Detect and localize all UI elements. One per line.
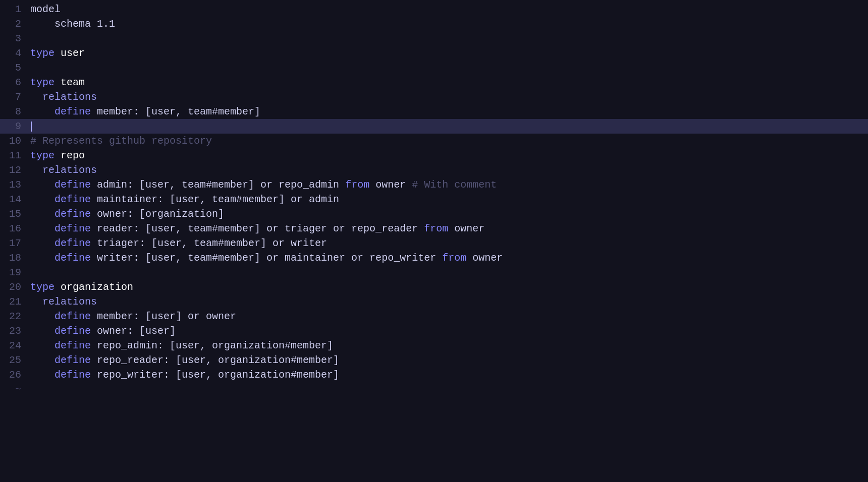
code-line-14: 14 define maintainer: [user, team#member… bbox=[0, 192, 868, 207]
line-number: 4 bbox=[0, 46, 30, 61]
line-number: 25 bbox=[0, 353, 30, 368]
code-line-21: 21 relations bbox=[0, 294, 868, 309]
line-number: 23 bbox=[0, 324, 30, 338]
line-number: 14 bbox=[0, 192, 30, 207]
code-line-11: 11type repo bbox=[0, 148, 868, 163]
line-number: 16 bbox=[0, 221, 30, 236]
line-number: 17 bbox=[0, 236, 30, 251]
code-line-19: 19 bbox=[0, 265, 868, 280]
line-content: define triager: [user, team#member] or w… bbox=[30, 236, 868, 251]
code-line-6: 6type team bbox=[0, 75, 868, 90]
line-content: type repo bbox=[30, 148, 868, 163]
line-number: 15 bbox=[0, 207, 30, 221]
line-number: 10 bbox=[0, 134, 30, 148]
code-line-12: 12 relations bbox=[0, 163, 868, 177]
line-number: 22 bbox=[0, 309, 30, 324]
line-content: define repo_admin: [user, organization#m… bbox=[30, 338, 868, 353]
line-number: 2 bbox=[0, 17, 30, 31]
line-content: define repo_writer: [user, organization#… bbox=[30, 368, 868, 382]
code-line-20: 20type organization bbox=[0, 280, 868, 294]
line-number: 3 bbox=[0, 31, 30, 46]
code-line-17: 17 define triager: [user, team#member] o… bbox=[0, 236, 868, 251]
line-content: model bbox=[30, 2, 868, 17]
code-line-24: 24 define repo_admin: [user, organizatio… bbox=[0, 338, 868, 353]
code-line-1: 1model bbox=[0, 2, 868, 17]
line-content: define member: [user, team#member] bbox=[30, 104, 868, 119]
code-line-15: 15 define owner: [organization] bbox=[0, 207, 868, 221]
line-content: type user bbox=[30, 46, 868, 61]
line-content: type organization bbox=[30, 280, 868, 294]
code-line-2: 2 schema 1.1 bbox=[0, 17, 868, 31]
line-content: relations bbox=[30, 163, 868, 177]
code-line-8: 8 define member: [user, team#member] bbox=[0, 104, 868, 119]
code-line-18: 18 define writer: [user, team#member] or… bbox=[0, 251, 868, 265]
code-line-22: 22 define member: [user] or owner bbox=[0, 309, 868, 324]
line-content bbox=[30, 119, 868, 134]
code-line-26: 26 define repo_writer: [user, organizati… bbox=[0, 368, 868, 382]
code-line-4: 4type user bbox=[0, 46, 868, 61]
line-number: 26 bbox=[0, 368, 30, 382]
line-number: 9 bbox=[0, 119, 30, 134]
line-content: define writer: [user, team#member] or ma… bbox=[30, 251, 868, 265]
line-number: 21 bbox=[0, 294, 30, 309]
line-content: define member: [user] or owner bbox=[30, 309, 868, 324]
line-number: 13 bbox=[0, 177, 30, 192]
line-content: schema 1.1 bbox=[30, 17, 868, 31]
line-content: define owner: [user] bbox=[30, 324, 868, 338]
line-content: define reader: [user, team#member] or tr… bbox=[30, 221, 868, 236]
line-number: 6 bbox=[0, 75, 30, 90]
code-line-3: 3 bbox=[0, 31, 868, 46]
code-line-10: 10# Represents github repository bbox=[0, 134, 868, 148]
text-cursor bbox=[31, 122, 32, 132]
line-number: 20 bbox=[0, 280, 30, 294]
line-number: 11 bbox=[0, 148, 30, 163]
code-editor[interactable]: 1model2 schema 1.134type user56type team… bbox=[0, 0, 868, 482]
line-number: ~ bbox=[0, 382, 30, 397]
line-number: 7 bbox=[0, 90, 30, 104]
code-line-25: 25 define repo_reader: [user, organizati… bbox=[0, 353, 868, 368]
line-number: 1 bbox=[0, 2, 30, 17]
line-content: type team bbox=[30, 75, 868, 90]
code-line-9: 9 bbox=[0, 119, 868, 134]
line-content: # Represents github repository bbox=[30, 134, 868, 148]
line-content: define owner: [organization] bbox=[30, 207, 868, 221]
code-line-23: 23 define owner: [user] bbox=[0, 324, 868, 338]
line-content: define repo_reader: [user, organization#… bbox=[30, 353, 868, 368]
line-content: relations bbox=[30, 294, 868, 309]
line-number: 24 bbox=[0, 338, 30, 353]
line-number: 19 bbox=[0, 265, 30, 280]
code-line-tilde: ~ bbox=[0, 382, 868, 397]
code-line-5: 5 bbox=[0, 61, 868, 75]
line-content: relations bbox=[30, 90, 868, 104]
code-line-13: 13 define admin: [user, team#member] or … bbox=[0, 177, 868, 192]
code-line-7: 7 relations bbox=[0, 90, 868, 104]
line-content: define admin: [user, team#member] or rep… bbox=[30, 177, 868, 192]
line-number: 12 bbox=[0, 163, 30, 177]
code-line-16: 16 define reader: [user, team#member] or… bbox=[0, 221, 868, 236]
line-content: define maintainer: [user, team#member] o… bbox=[30, 192, 868, 207]
line-number: 5 bbox=[0, 61, 30, 75]
line-number: 18 bbox=[0, 251, 30, 265]
line-number: 8 bbox=[0, 104, 30, 119]
